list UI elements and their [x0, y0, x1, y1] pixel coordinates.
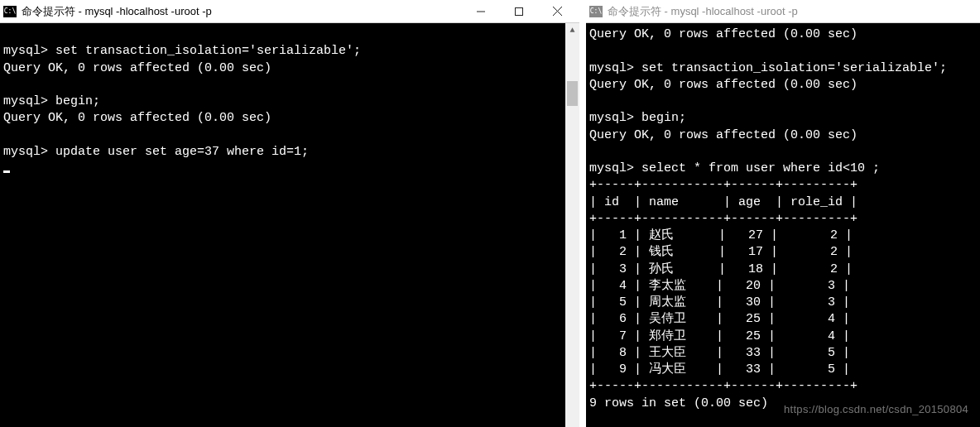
maximize-button[interactable] [500, 0, 538, 23]
terminal-window-right: C:\ 命令提示符 - mysql -hlocalhost -uroot -p … [586, 0, 980, 427]
terminal-output-right[interactable]: Query OK, 0 rows affected (0.00 sec) mys… [586, 23, 980, 427]
terminal-output-left[interactable]: mysql> set transaction_isolation='serial… [0, 23, 579, 182]
window-controls-left [462, 0, 576, 23]
window-title-right: 命令提示符 - mysql -hlocalhost -uroot -p [608, 4, 977, 19]
minimize-button[interactable] [462, 0, 500, 23]
scroll-thumb[interactable] [567, 81, 578, 106]
window-title-left: 命令提示符 - mysql -hlocalhost -uroot -p [22, 4, 457, 19]
scrollbar-left[interactable]: ▲ [565, 23, 579, 427]
cmd-icon: C:\ [3, 6, 17, 17]
terminal-window-left: C:\ 命令提示符 - mysql -hlocalhost -uroot -p … [0, 0, 579, 427]
titlebar-left[interactable]: C:\ 命令提示符 - mysql -hlocalhost -uroot -p [0, 0, 579, 23]
cmd-icon: C:\ [589, 6, 603, 17]
svg-rect-1 [516, 7, 523, 15]
scroll-up-icon[interactable]: ▲ [565, 23, 579, 37]
titlebar-right[interactable]: C:\ 命令提示符 - mysql -hlocalhost -uroot -p [586, 0, 980, 23]
close-button[interactable] [538, 0, 576, 23]
